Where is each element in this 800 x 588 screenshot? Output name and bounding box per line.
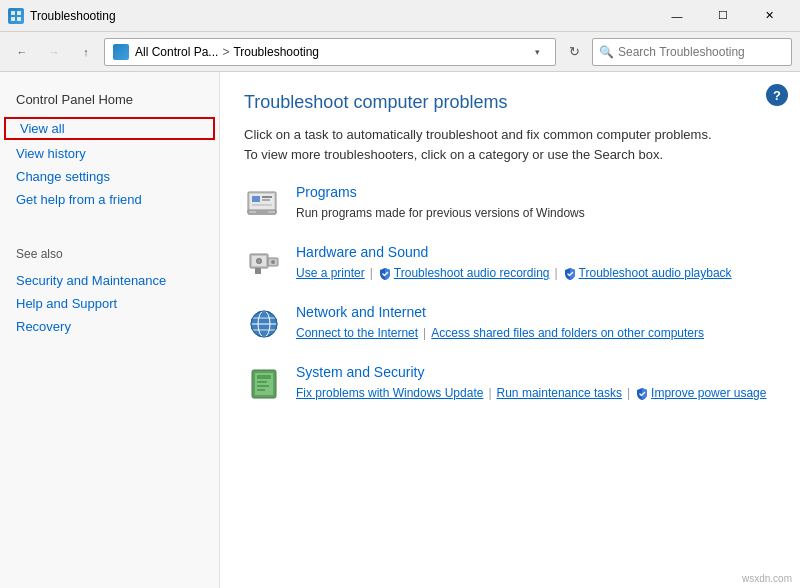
path-part1: All Control Pa... [135, 45, 218, 59]
category-icon-system [244, 364, 284, 404]
back-button[interactable]: ← [8, 38, 36, 66]
search-icon: 🔍 [599, 45, 614, 59]
category-item-2: Network and InternetConnect to the Inter… [244, 304, 776, 344]
forward-button[interactable]: → [40, 38, 68, 66]
svg-rect-28 [257, 381, 267, 383]
sidebar-see-also-link-2[interactable]: Recovery [0, 315, 219, 338]
category-link-3-2: Improve power usage [635, 384, 766, 403]
address-path: All Control Pa... > Troubleshooting [135, 45, 521, 59]
sidebar-link-3[interactable]: Get help from a friend [0, 188, 219, 211]
category-link-2-1: Access shared files and folders on other… [431, 324, 704, 343]
title-bar: Troubleshooting — ☐ ✕ [0, 0, 800, 32]
svg-rect-8 [262, 199, 270, 201]
close-button[interactable]: ✕ [746, 0, 792, 32]
category-link-sep-3-1: | [488, 384, 491, 403]
main-layout: Control Panel Home View allView historyC… [0, 72, 800, 588]
refresh-button[interactable]: ↻ [560, 38, 588, 66]
svg-rect-9 [252, 204, 272, 206]
help-button[interactable]: ? [766, 84, 788, 106]
category-link-1-0: Use a printer [296, 264, 365, 283]
sidebar-link-2[interactable]: Change settings [0, 165, 219, 188]
svg-rect-29 [257, 385, 269, 387]
category-link-anchor-1-2[interactable]: Troubleshoot audio playback [579, 266, 732, 280]
window-title: Troubleshooting [30, 9, 654, 23]
category-item-0: ProgramsRun programs made for previous v… [244, 184, 776, 224]
maximize-button[interactable]: ☐ [700, 0, 746, 32]
category-link-anchor-3-2[interactable]: Improve power usage [651, 386, 766, 400]
category-content-1: Hardware and SoundUse a printer| Trouble… [296, 244, 776, 283]
category-link-3-1: Run maintenance tasks [497, 384, 622, 403]
search-input[interactable] [618, 45, 785, 59]
category-links-3: Fix problems with Windows Update|Run mai… [296, 384, 776, 403]
category-link-1-1: Troubleshoot audio recording [378, 264, 550, 283]
category-link-1-2: Troubleshoot audio playback [563, 264, 732, 283]
minimize-button[interactable]: — [654, 0, 700, 32]
category-name-3[interactable]: System and Security [296, 364, 776, 380]
svg-rect-27 [257, 375, 271, 379]
title-bar-icon [8, 8, 24, 24]
sidebar-see-also-link-0[interactable]: Security and Maintenance [0, 269, 219, 292]
svg-rect-3 [17, 17, 21, 21]
sidebar-see-also-link-1[interactable]: Help and Support [0, 292, 219, 315]
search-box[interactable]: 🔍 [592, 38, 792, 66]
path-separator: > [222, 45, 229, 59]
svg-rect-1 [17, 11, 21, 15]
sidebar: Control Panel Home View allView historyC… [0, 72, 220, 588]
category-link-sep-2-1: | [423, 324, 426, 343]
sidebar-see-also-label: See also [0, 243, 219, 269]
category-links-0: Run programs made for previous versions … [296, 204, 776, 223]
category-content-0: ProgramsRun programs made for previous v… [296, 184, 776, 223]
svg-rect-7 [262, 196, 272, 198]
sidebar-link-0[interactable]: View all [4, 117, 215, 140]
svg-rect-30 [257, 389, 265, 391]
svg-rect-0 [11, 11, 15, 15]
category-link-3-0: Fix problems with Windows Update [296, 384, 483, 403]
category-name-1[interactable]: Hardware and Sound [296, 244, 776, 260]
svg-rect-6 [252, 196, 260, 202]
category-link-sep-1-2: | [554, 264, 557, 283]
category-icon-hardware [244, 244, 284, 284]
category-links-1: Use a printer| Troubleshoot audio record… [296, 264, 776, 283]
category-name-2[interactable]: Network and Internet [296, 304, 776, 320]
up-button[interactable]: ↑ [72, 38, 100, 66]
svg-rect-2 [11, 17, 15, 21]
category-links-2: Connect to the Internet|Access shared fi… [296, 324, 776, 343]
content-area: ? Troubleshoot computer problems Click o… [220, 72, 800, 588]
category-link-anchor-1-0[interactable]: Use a printer [296, 266, 365, 280]
category-link-sep-3-2: | [627, 384, 630, 403]
svg-rect-18 [255, 268, 261, 274]
category-item-1: Hardware and SoundUse a printer| Trouble… [244, 244, 776, 284]
category-icon-network [244, 304, 284, 344]
category-content-2: Network and InternetConnect to the Inter… [296, 304, 776, 343]
sidebar-divider [0, 211, 219, 235]
svg-point-17 [271, 260, 275, 264]
category-icon-programs [244, 184, 284, 224]
sidebar-link-1[interactable]: View history [0, 142, 219, 165]
category-link-anchor-2-0[interactable]: Connect to the Internet [296, 326, 418, 340]
category-link-2-0: Connect to the Internet [296, 324, 418, 343]
address-icon [113, 44, 129, 60]
watermark: wsxdn.com [742, 573, 792, 584]
category-link-sep-1-1: | [370, 264, 373, 283]
svg-rect-11 [256, 212, 268, 213]
address-bar: ← → ↑ All Control Pa... > Troubleshootin… [0, 32, 800, 72]
content-description: Click on a task to automatically trouble… [244, 125, 724, 164]
category-item-3: System and SecurityFix problems with Win… [244, 364, 776, 404]
category-link-anchor-3-1[interactable]: Run maintenance tasks [497, 386, 622, 400]
address-dropdown-button[interactable]: ▾ [527, 38, 547, 66]
sidebar-home-title: Control Panel Home [0, 88, 219, 115]
category-desc-0: Run programs made for previous versions … [296, 204, 585, 223]
content-title: Troubleshoot computer problems [244, 92, 776, 113]
category-name-0[interactable]: Programs [296, 184, 776, 200]
category-content-3: System and SecurityFix problems with Win… [296, 364, 776, 403]
svg-point-15 [258, 260, 261, 263]
path-current: Troubleshooting [233, 45, 319, 59]
category-link-anchor-3-0[interactable]: Fix problems with Windows Update [296, 386, 483, 400]
category-link-anchor-2-1[interactable]: Access shared files and folders on other… [431, 326, 704, 340]
category-link-anchor-1-1[interactable]: Troubleshoot audio recording [394, 266, 550, 280]
window-controls: — ☐ ✕ [654, 0, 792, 32]
address-field[interactable]: All Control Pa... > Troubleshooting ▾ [104, 38, 556, 66]
